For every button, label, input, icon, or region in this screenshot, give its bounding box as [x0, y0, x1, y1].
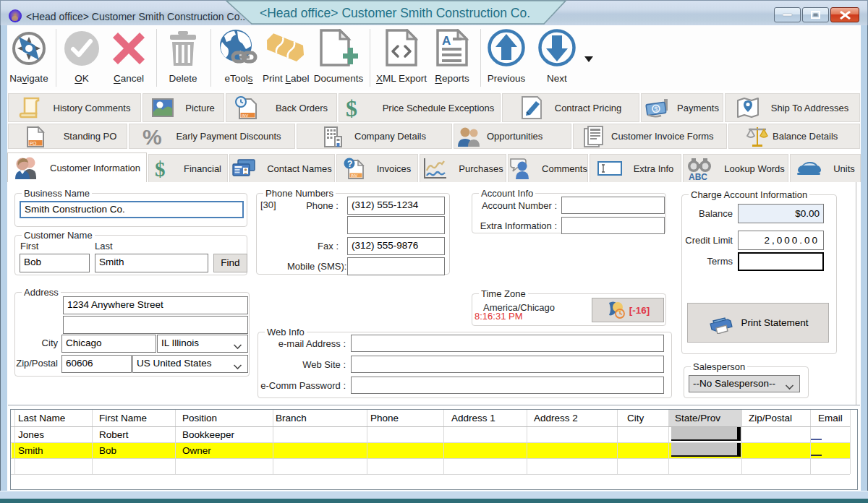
svg-text:A: A [442, 34, 451, 48]
svg-text:$: $ [155, 158, 166, 179]
svg-text:%: % [142, 125, 162, 148]
svg-text:$: $ [346, 95, 357, 120]
svg-text:INV: INV [242, 113, 249, 118]
svg-text:PO: PO [30, 141, 36, 146]
svg-text:?: ? [347, 159, 352, 169]
svg-text:INV: INV [351, 173, 358, 178]
svg-text:ABC: ABC [689, 172, 707, 180]
